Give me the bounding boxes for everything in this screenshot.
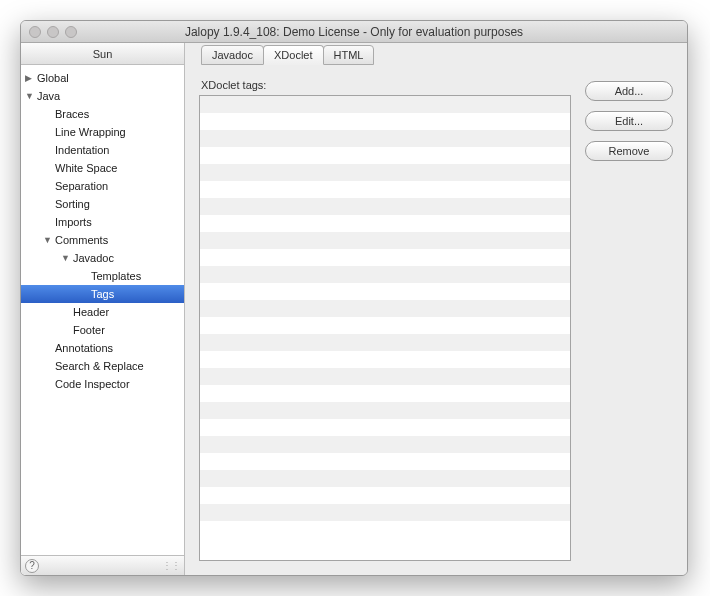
chevron-right-icon[interactable]: ▶ <box>25 73 35 83</box>
app-window: Jalopy 1.9.4_108: Demo License - Only fo… <box>20 20 688 576</box>
edit-button[interactable]: Edit... <box>585 111 673 131</box>
list-row[interactable] <box>200 147 570 164</box>
nav-item-label: Javadoc <box>73 252 114 264</box>
titlebar[interactable]: Jalopy 1.9.4_108: Demo License - Only fo… <box>21 21 687 43</box>
nav-item-label: Imports <box>55 216 92 228</box>
nav-item-label: Line Wrapping <box>55 126 126 138</box>
button-column: Add... Edit... Remove <box>585 79 673 561</box>
nav-item-label: Indentation <box>55 144 109 156</box>
nav-item-search-replace[interactable]: Search & Replace <box>21 357 184 375</box>
add-button[interactable]: Add... <box>585 81 673 101</box>
list-row[interactable] <box>200 198 570 215</box>
list-row[interactable] <box>200 96 570 113</box>
tab-xdoclet[interactable]: XDoclet <box>263 45 324 65</box>
list-row[interactable] <box>200 402 570 419</box>
sidebar: Sun ▶Global▼JavaBracesLine WrappingInden… <box>21 43 185 575</box>
list-row[interactable] <box>200 504 570 521</box>
nav-item-code-inspector[interactable]: Code Inspector <box>21 375 184 393</box>
nav-item-label: Tags <box>91 288 114 300</box>
list-row[interactable] <box>200 130 570 147</box>
nav-item-line-wrapping[interactable]: Line Wrapping <box>21 123 184 141</box>
nav-item-label: Templates <box>91 270 141 282</box>
tags-listbox[interactable] <box>199 95 571 561</box>
window-controls <box>21 26 77 38</box>
nav-item-label: Code Inspector <box>55 378 130 390</box>
nav-item-braces[interactable]: Braces <box>21 105 184 123</box>
nav-item-label: Footer <box>73 324 105 336</box>
nav-item-label: Java <box>37 90 60 102</box>
nav-item-label: Comments <box>55 234 108 246</box>
list-row[interactable] <box>200 487 570 504</box>
sidebar-header[interactable]: Sun <box>21 43 184 65</box>
list-row[interactable] <box>200 453 570 470</box>
nav-item-imports[interactable]: Imports <box>21 213 184 231</box>
list-row[interactable] <box>200 232 570 249</box>
tab-bar: JavadocXDocletHTML <box>199 43 673 65</box>
nav-item-label: Sorting <box>55 198 90 210</box>
window-body: Sun ▶Global▼JavaBracesLine WrappingInden… <box>21 43 687 575</box>
help-icon[interactable]: ? <box>25 559 39 573</box>
list-row[interactable] <box>200 317 570 334</box>
list-label: XDoclet tags: <box>201 79 571 91</box>
list-row[interactable] <box>200 181 570 198</box>
nav-item-label: White Space <box>55 162 117 174</box>
list-row[interactable] <box>200 436 570 453</box>
nav-item-indentation[interactable]: Indentation <box>21 141 184 159</box>
list-row[interactable] <box>200 385 570 402</box>
minimize-icon[interactable] <box>47 26 59 38</box>
main-panel: JavadocXDocletHTML XDoclet tags: Add... … <box>185 43 687 575</box>
nav-item-tags[interactable]: Tags <box>21 285 184 303</box>
nav-item-annotations[interactable]: Annotations <box>21 339 184 357</box>
nav-item-label: Header <box>73 306 109 318</box>
list-row[interactable] <box>200 300 570 317</box>
window-title: Jalopy 1.9.4_108: Demo License - Only fo… <box>21 25 687 39</box>
list-row[interactable] <box>200 470 570 487</box>
chevron-down-icon[interactable]: ▼ <box>43 235 53 245</box>
close-icon[interactable] <box>29 26 41 38</box>
nav-item-templates[interactable]: Templates <box>21 267 184 285</box>
nav-item-javadoc[interactable]: ▼Javadoc <box>21 249 184 267</box>
nav-tree[interactable]: ▶Global▼JavaBracesLine WrappingIndentati… <box>21 65 184 555</box>
list-row[interactable] <box>200 334 570 351</box>
list-row[interactable] <box>200 249 570 266</box>
list-row[interactable] <box>200 266 570 283</box>
list-row[interactable] <box>200 215 570 232</box>
list-row[interactable] <box>200 113 570 130</box>
nav-item-white-space[interactable]: White Space <box>21 159 184 177</box>
nav-item-java[interactable]: ▼Java <box>21 87 184 105</box>
tab-content: XDoclet tags: Add... Edit... Remove <box>199 65 673 561</box>
tab-javadoc[interactable]: Javadoc <box>201 45 264 65</box>
zoom-icon[interactable] <box>65 26 77 38</box>
remove-button[interactable]: Remove <box>585 141 673 161</box>
nav-item-label: Braces <box>55 108 89 120</box>
chevron-down-icon[interactable]: ▼ <box>25 91 35 101</box>
nav-item-global[interactable]: ▶Global <box>21 69 184 87</box>
tags-list-body <box>200 96 570 560</box>
list-row[interactable] <box>200 351 570 368</box>
nav-item-label: Search & Replace <box>55 360 144 372</box>
list-row[interactable] <box>200 419 570 436</box>
nav-item-sorting[interactable]: Sorting <box>21 195 184 213</box>
nav-item-label: Global <box>37 72 69 84</box>
list-row[interactable] <box>200 164 570 181</box>
chevron-down-icon[interactable]: ▼ <box>61 253 71 263</box>
list-row[interactable] <box>200 283 570 300</box>
resize-grip-icon[interactable]: ⋮⋮ <box>162 560 180 571</box>
nav-item-header[interactable]: Header <box>21 303 184 321</box>
list-row[interactable] <box>200 521 570 538</box>
tab-html[interactable]: HTML <box>323 45 375 65</box>
nav-item-separation[interactable]: Separation <box>21 177 184 195</box>
nav-item-label: Annotations <box>55 342 113 354</box>
nav-item-footer[interactable]: Footer <box>21 321 184 339</box>
nav-item-label: Separation <box>55 180 108 192</box>
list-row[interactable] <box>200 368 570 385</box>
list-area: XDoclet tags: <box>199 79 571 561</box>
sidebar-footer: ? ⋮⋮ <box>21 555 184 575</box>
nav-item-comments[interactable]: ▼Comments <box>21 231 184 249</box>
